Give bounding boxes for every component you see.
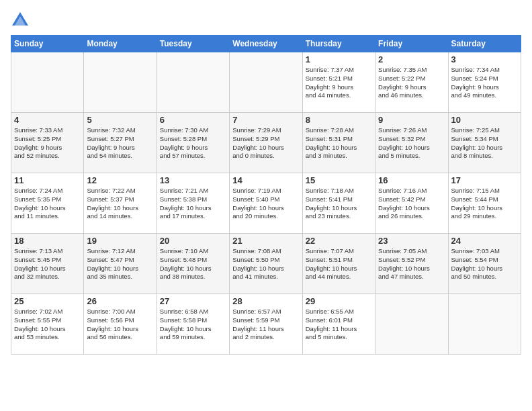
day-number: 16 (378, 175, 445, 185)
day-number: 10 (451, 115, 518, 125)
day-info: Sunrise: 7:24 AM Sunset: 5:35 PM Dayligh… (14, 187, 81, 221)
calendar-cell: 29Sunrise: 6:55 AM Sunset: 6:01 PM Dayli… (302, 294, 375, 355)
calendar-cell (84, 52, 157, 113)
calendar-cell: 17Sunrise: 7:15 AM Sunset: 5:44 PM Dayli… (448, 173, 521, 234)
calendar-cell: 21Sunrise: 7:08 AM Sunset: 5:50 PM Dayli… (230, 234, 302, 294)
calendar-cell: 2Sunrise: 7:35 AM Sunset: 5:22 PM Daylig… (375, 52, 448, 113)
day-number: 17 (451, 175, 518, 185)
calendar-cell (157, 52, 229, 113)
calendar-cell: 27Sunrise: 6:58 AM Sunset: 5:58 PM Dayli… (157, 294, 229, 355)
day-number: 13 (160, 175, 226, 185)
day-number: 2 (378, 54, 445, 64)
weekday-header: Thursday (302, 36, 375, 52)
day-info: Sunrise: 7:08 AM Sunset: 5:50 PM Dayligh… (232, 247, 299, 281)
day-info: Sunrise: 7:29 AM Sunset: 5:29 PM Dayligh… (232, 126, 299, 161)
calendar-week-row: 18Sunrise: 7:13 AM Sunset: 5:45 PM Dayli… (11, 234, 521, 294)
day-info: Sunrise: 7:10 AM Sunset: 5:48 PM Dayligh… (160, 247, 226, 281)
day-number: 23 (378, 236, 445, 246)
calendar-week-row: 11Sunrise: 7:24 AM Sunset: 5:35 PM Dayli… (11, 173, 521, 234)
weekday-header: Saturday (448, 36, 521, 52)
calendar-cell: 1Sunrise: 7:37 AM Sunset: 5:21 PM Daylig… (302, 52, 375, 113)
weekday-header: Wednesday (230, 36, 302, 52)
day-number: 26 (87, 296, 153, 306)
day-number: 12 (87, 175, 153, 185)
weekday-header: Tuesday (157, 36, 229, 52)
day-number: 11 (14, 175, 81, 185)
calendar-cell: 22Sunrise: 7:07 AM Sunset: 5:51 PM Dayli… (302, 234, 375, 294)
day-info: Sunrise: 7:21 AM Sunset: 5:38 PM Dayligh… (160, 187, 226, 221)
calendar-cell: 15Sunrise: 7:18 AM Sunset: 5:41 PM Dayli… (302, 173, 375, 234)
day-info: Sunrise: 7:30 AM Sunset: 5:28 PM Dayligh… (160, 126, 226, 161)
day-number: 22 (306, 236, 372, 246)
calendar-cell: 26Sunrise: 7:00 AM Sunset: 5:56 PM Dayli… (84, 294, 157, 355)
day-info: Sunrise: 7:07 AM Sunset: 5:51 PM Dayligh… (306, 247, 372, 281)
day-number: 27 (160, 296, 226, 306)
calendar-cell: 10Sunrise: 7:25 AM Sunset: 5:34 PM Dayli… (448, 113, 521, 173)
day-number: 15 (306, 175, 372, 185)
day-info: Sunrise: 7:18 AM Sunset: 5:41 PM Dayligh… (306, 187, 372, 221)
calendar-cell (11, 52, 84, 113)
day-info: Sunrise: 7:25 AM Sunset: 5:34 PM Dayligh… (451, 126, 518, 161)
calendar-cell: 16Sunrise: 7:16 AM Sunset: 5:42 PM Dayli… (375, 173, 448, 234)
day-number: 25 (14, 296, 81, 306)
day-info: Sunrise: 7:13 AM Sunset: 5:45 PM Dayligh… (14, 247, 81, 281)
calendar-cell: 20Sunrise: 7:10 AM Sunset: 5:48 PM Dayli… (157, 234, 229, 294)
calendar-cell: 4Sunrise: 7:33 AM Sunset: 5:25 PM Daylig… (11, 113, 84, 173)
day-number: 28 (232, 296, 299, 306)
weekday-header-row: SundayMondayTuesdayWednesdayThursdayFrid… (11, 36, 521, 52)
day-info: Sunrise: 7:16 AM Sunset: 5:42 PM Dayligh… (378, 187, 445, 221)
day-info: Sunrise: 7:00 AM Sunset: 5:56 PM Dayligh… (87, 308, 153, 342)
calendar-cell: 18Sunrise: 7:13 AM Sunset: 5:45 PM Dayli… (11, 234, 84, 294)
calendar-cell: 12Sunrise: 7:22 AM Sunset: 5:37 PM Dayli… (84, 173, 157, 234)
calendar-cell: 19Sunrise: 7:12 AM Sunset: 5:47 PM Dayli… (84, 234, 157, 294)
calendar-cell: 11Sunrise: 7:24 AM Sunset: 5:35 PM Dayli… (11, 173, 84, 234)
calendar-cell: 3Sunrise: 7:34 AM Sunset: 5:24 PM Daylig… (448, 52, 521, 113)
day-info: Sunrise: 6:58 AM Sunset: 5:58 PM Dayligh… (160, 308, 226, 342)
calendar-cell: 7Sunrise: 7:29 AM Sunset: 5:29 PM Daylig… (230, 113, 302, 173)
day-info: Sunrise: 7:22 AM Sunset: 5:37 PM Dayligh… (87, 187, 153, 221)
day-info: Sunrise: 6:55 AM Sunset: 6:01 PM Dayligh… (306, 308, 372, 342)
day-info: Sunrise: 7:37 AM Sunset: 5:21 PM Dayligh… (306, 66, 372, 100)
weekday-header: Monday (84, 36, 157, 52)
day-number: 4 (14, 115, 81, 125)
day-number: 14 (232, 175, 299, 185)
calendar-week-row: 4Sunrise: 7:33 AM Sunset: 5:25 PM Daylig… (11, 113, 521, 173)
day-number: 3 (451, 54, 518, 64)
day-number: 29 (306, 296, 372, 306)
day-info: Sunrise: 7:02 AM Sunset: 5:55 PM Dayligh… (14, 308, 81, 342)
day-info: Sunrise: 7:34 AM Sunset: 5:24 PM Dayligh… (451, 66, 518, 100)
calendar-cell: 23Sunrise: 7:05 AM Sunset: 5:52 PM Dayli… (375, 234, 448, 294)
day-number: 7 (232, 115, 299, 125)
day-info: Sunrise: 7:05 AM Sunset: 5:52 PM Dayligh… (378, 247, 445, 281)
day-info: Sunrise: 7:15 AM Sunset: 5:44 PM Dayligh… (451, 187, 518, 221)
calendar-cell: 6Sunrise: 7:30 AM Sunset: 5:28 PM Daylig… (157, 113, 229, 173)
day-info: Sunrise: 6:57 AM Sunset: 5:59 PM Dayligh… (232, 308, 299, 342)
weekday-header: Sunday (11, 36, 84, 52)
day-number: 6 (160, 115, 226, 125)
day-info: Sunrise: 7:28 AM Sunset: 5:31 PM Dayligh… (306, 126, 372, 161)
calendar-cell (448, 294, 521, 355)
logo-icon (11, 11, 30, 30)
calendar-table: SundayMondayTuesdayWednesdayThursdayFrid… (11, 35, 521, 355)
logo (11, 11, 31, 30)
day-info: Sunrise: 7:33 AM Sunset: 5:25 PM Dayligh… (14, 126, 81, 161)
day-info: Sunrise: 7:19 AM Sunset: 5:40 PM Dayligh… (232, 187, 299, 221)
calendar-cell: 25Sunrise: 7:02 AM Sunset: 5:55 PM Dayli… (11, 294, 84, 355)
day-info: Sunrise: 7:03 AM Sunset: 5:54 PM Dayligh… (451, 247, 518, 281)
calendar-week-row: 25Sunrise: 7:02 AM Sunset: 5:55 PM Dayli… (11, 294, 521, 355)
day-number: 1 (306, 54, 372, 64)
day-info: Sunrise: 7:32 AM Sunset: 5:27 PM Dayligh… (87, 126, 153, 161)
calendar-cell: 24Sunrise: 7:03 AM Sunset: 5:54 PM Dayli… (448, 234, 521, 294)
calendar-cell: 8Sunrise: 7:28 AM Sunset: 5:31 PM Daylig… (302, 113, 375, 173)
calendar-cell: 13Sunrise: 7:21 AM Sunset: 5:38 PM Dayli… (157, 173, 229, 234)
calendar-cell: 28Sunrise: 6:57 AM Sunset: 5:59 PM Dayli… (230, 294, 302, 355)
calendar-cell: 14Sunrise: 7:19 AM Sunset: 5:40 PM Dayli… (230, 173, 302, 234)
day-number: 21 (232, 236, 299, 246)
weekday-header: Friday (375, 36, 448, 52)
day-info: Sunrise: 7:12 AM Sunset: 5:47 PM Dayligh… (87, 247, 153, 281)
day-number: 8 (306, 115, 372, 125)
day-number: 5 (87, 115, 153, 125)
calendar-cell: 9Sunrise: 7:26 AM Sunset: 5:32 PM Daylig… (375, 113, 448, 173)
day-info: Sunrise: 7:26 AM Sunset: 5:32 PM Dayligh… (378, 126, 445, 161)
day-number: 18 (14, 236, 81, 246)
